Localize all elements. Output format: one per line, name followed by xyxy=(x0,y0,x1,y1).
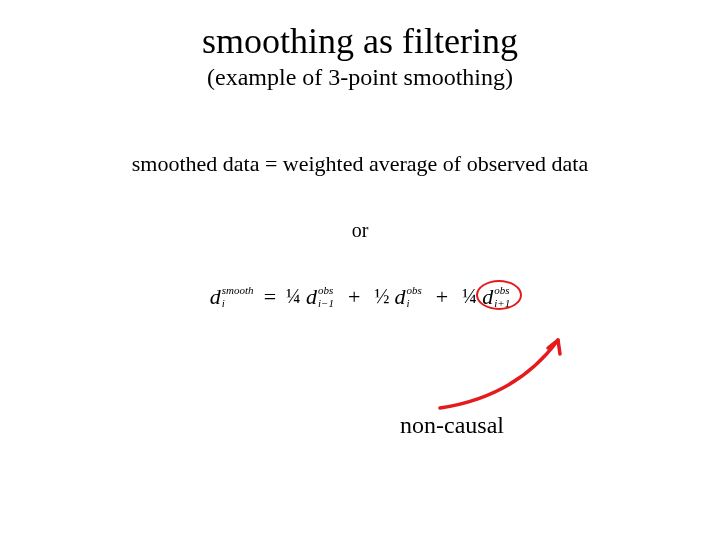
lhs-var: d xyxy=(210,284,221,310)
term-2-sup: obs xyxy=(494,285,509,296)
body-block: smoothed data = weighted average of obse… xyxy=(0,151,720,344)
term-0-subsup: obs i−1 xyxy=(318,286,334,308)
term-0-sub: i−1 xyxy=(318,298,334,309)
coef-0: ¼ xyxy=(286,285,300,308)
title-block: smoothing as filtering (example of 3-poi… xyxy=(0,0,720,91)
slide-title: smoothing as filtering xyxy=(0,22,720,62)
term-1-sup: obs xyxy=(406,285,421,296)
term-0: d obs i−1 xyxy=(306,284,334,310)
lhs-subsup: smooth i xyxy=(222,286,254,308)
formula: d smooth i = ¼ d obs i−1 + ½ d xyxy=(210,284,510,310)
term-1: d obs i xyxy=(394,284,421,310)
term-1-var: d xyxy=(394,284,405,310)
last-term-wrap: d obs i+1 xyxy=(482,284,510,310)
lhs-term: d smooth i xyxy=(210,284,254,310)
formula-wrap: d smooth i = ¼ d obs i−1 + ½ d xyxy=(0,284,720,344)
plus-1: + xyxy=(428,284,456,310)
term-0-sup: obs xyxy=(318,285,333,296)
term-2: d obs i+1 xyxy=(482,284,510,310)
definition-sentence: smoothed data = weighted average of obse… xyxy=(0,151,720,177)
term-1-subsup: obs i xyxy=(406,286,421,308)
lhs-sub: i xyxy=(222,298,225,309)
term-1-sub: i xyxy=(406,298,409,309)
noncausal-label: non-causal xyxy=(400,412,504,439)
slide-subtitle: (example of 3-point smoothing) xyxy=(0,64,720,91)
or-separator: or xyxy=(0,219,720,242)
lhs-sup: smooth xyxy=(222,285,254,296)
term-2-subsup: obs i+1 xyxy=(494,286,510,308)
coef-1: ½ xyxy=(374,285,388,308)
equals-sign: = xyxy=(260,284,280,310)
coef-2: ¼ xyxy=(462,285,476,308)
plus-0: + xyxy=(340,284,368,310)
term-0-var: d xyxy=(306,284,317,310)
term-2-sub: i+1 xyxy=(494,298,510,309)
term-2-var: d xyxy=(482,284,493,310)
